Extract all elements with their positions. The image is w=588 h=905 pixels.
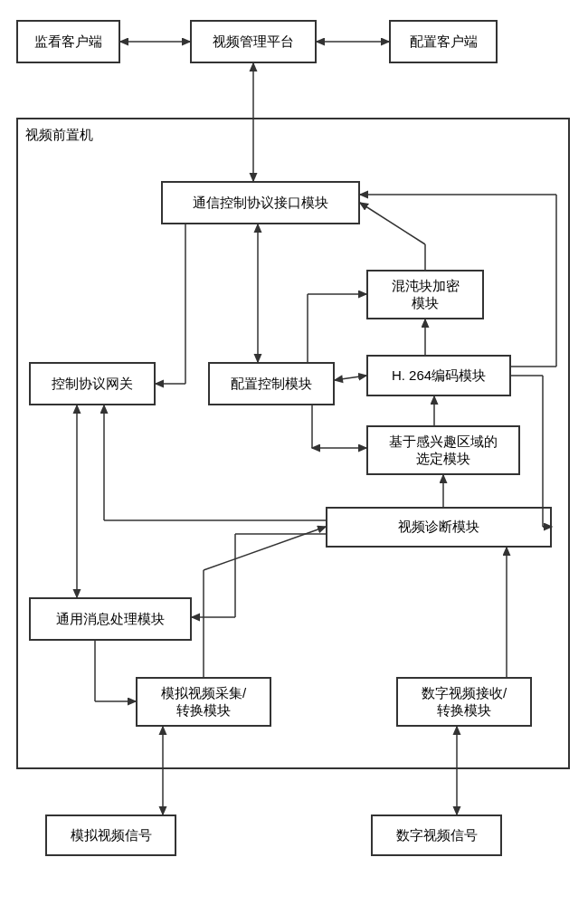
digital-recv-box: 数字视频接收/ 转换模块 bbox=[396, 677, 532, 727]
analog-capture-label: 模拟视频采集/ 转换模块 bbox=[161, 685, 246, 719]
generic-msg-label: 通用消息处理模块 bbox=[56, 611, 165, 628]
comm-ctrl-iface-label: 通信控制协议接口模块 bbox=[193, 195, 328, 212]
video-mgmt-box: 视频管理平台 bbox=[190, 20, 317, 63]
video-mgmt-label: 视频管理平台 bbox=[213, 33, 294, 51]
roi-select-label: 基于感兴趣区域的 选定模块 bbox=[389, 433, 498, 468]
video-diag-label: 视频诊断模块 bbox=[398, 519, 479, 536]
config-ctrl-box: 配置控制模块 bbox=[208, 362, 335, 405]
monitor-client-label: 监看客户端 bbox=[34, 33, 102, 51]
analog-capture-box: 模拟视频采集/ 转换模块 bbox=[136, 677, 271, 727]
chaos-enc-label: 混沌块加密 模块 bbox=[392, 278, 460, 312]
ctrl-proto-gw-box: 控制协议网关 bbox=[29, 362, 156, 405]
digital-signal-box: 数字视频信号 bbox=[371, 814, 502, 856]
config-client-box: 配置客户端 bbox=[389, 20, 498, 63]
h264-enc-label: H. 264编码模块 bbox=[392, 367, 486, 385]
generic-msg-box: 通用消息处理模块 bbox=[29, 597, 192, 641]
ctrl-proto-gw-label: 控制协议网关 bbox=[52, 376, 133, 393]
video-diag-box: 视频诊断模块 bbox=[326, 507, 552, 548]
h264-enc-box: H. 264编码模块 bbox=[366, 355, 511, 396]
roi-select-box: 基于感兴趣区域的 选定模块 bbox=[366, 425, 520, 475]
digital-signal-label: 数字视频信号 bbox=[396, 827, 478, 844]
config-ctrl-label: 配置控制模块 bbox=[231, 376, 312, 393]
monitor-client-box: 监看客户端 bbox=[16, 20, 120, 63]
analog-signal-label: 模拟视频信号 bbox=[71, 827, 152, 844]
analog-signal-box: 模拟视频信号 bbox=[45, 814, 176, 856]
digital-recv-label: 数字视频接收/ 转换模块 bbox=[422, 685, 507, 719]
config-client-label: 配置客户端 bbox=[410, 33, 478, 51]
comm-ctrl-iface-box: 通信控制协议接口模块 bbox=[161, 181, 360, 224]
chaos-enc-box: 混沌块加密 模块 bbox=[366, 270, 484, 319]
container-label: 视频前置机 bbox=[25, 127, 93, 144]
